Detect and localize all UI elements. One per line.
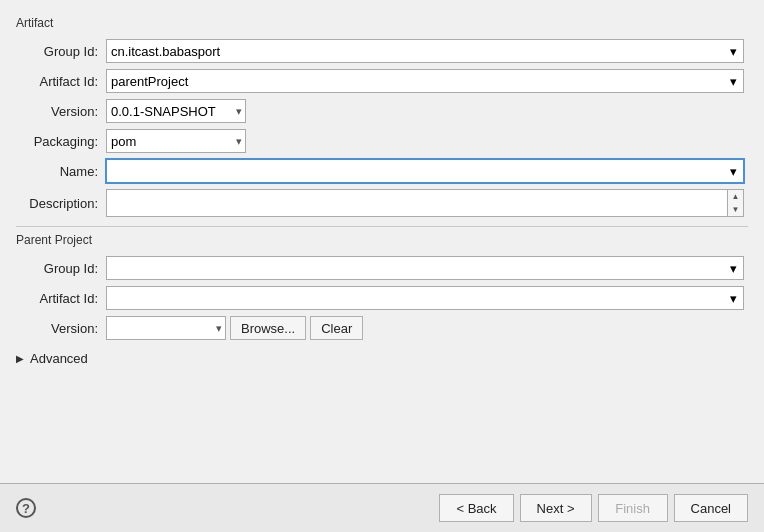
version-label: Version: xyxy=(51,104,98,119)
name-input[interactable] xyxy=(106,159,744,183)
parent-version-row: Version: Browse... Clear xyxy=(16,313,748,343)
advanced-label: Advanced xyxy=(30,351,88,366)
description-spin-down[interactable]: ▼ xyxy=(728,203,743,216)
description-input[interactable] xyxy=(106,189,728,217)
artifact-section-label: Artifact xyxy=(16,16,748,30)
parent-group-id-input[interactable] xyxy=(106,256,744,280)
packaging-row: Packaging: pom jar war ear xyxy=(16,126,748,156)
dialog-content: Artifact Group Id: ▾ Artifact Id: ▾ xyxy=(0,0,764,483)
version-select[interactable]: 0.0.1-SNAPSHOT 1.0.0 1.0.0-SNAPSHOT xyxy=(106,99,246,123)
group-id-row: Group Id: ▾ xyxy=(16,36,748,66)
footer-left: ? xyxy=(16,498,36,518)
parent-version-select[interactable] xyxy=(106,316,226,340)
description-spin-up[interactable]: ▲ xyxy=(728,190,743,203)
group-id-dropdown-btn[interactable]: ▾ xyxy=(722,39,744,63)
name-label: Name: xyxy=(60,164,98,179)
description-spin-btns: ▲ ▼ xyxy=(728,189,744,217)
cancel-button[interactable]: Cancel xyxy=(674,494,748,522)
description-label: Description: xyxy=(29,196,98,211)
parent-section-label: Parent Project xyxy=(16,233,748,247)
artifact-id-combo: ▾ xyxy=(106,69,744,93)
back-button[interactable]: < Back xyxy=(439,494,513,522)
parent-version-label: Version: xyxy=(51,321,98,336)
clear-button[interactable]: Clear xyxy=(310,316,363,340)
artifact-id-dropdown-btn[interactable]: ▾ xyxy=(722,69,744,93)
advanced-section[interactable]: ▶ Advanced xyxy=(16,351,748,366)
parent-artifact-id-combo: ▾ xyxy=(106,286,744,310)
version-select-wrapper: 0.0.1-SNAPSHOT 1.0.0 1.0.0-SNAPSHOT xyxy=(106,99,246,123)
name-dropdown-btn[interactable]: ▾ xyxy=(722,159,744,183)
artifact-id-row: Artifact Id: ▾ xyxy=(16,66,748,96)
description-row: Description: ▲ ▼ xyxy=(16,186,748,220)
packaging-select[interactable]: pom jar war ear xyxy=(106,129,246,153)
footer-buttons: < Back Next > Finish Cancel xyxy=(439,494,748,522)
help-icon[interactable]: ? xyxy=(16,498,36,518)
parent-version-select-wrapper xyxy=(106,316,226,340)
dialog-footer: ? < Back Next > Finish Cancel xyxy=(0,483,764,532)
parent-version-controls: Browse... Clear xyxy=(106,316,744,340)
version-row: Version: 0.0.1-SNAPSHOT 1.0.0 1.0.0-SNAP… xyxy=(16,96,748,126)
parent-group-id-dropdown-btn[interactable]: ▾ xyxy=(722,256,744,280)
finish-button[interactable]: Finish xyxy=(598,494,668,522)
parent-artifact-id-input[interactable] xyxy=(106,286,744,310)
artifact-id-input[interactable] xyxy=(106,69,744,93)
advanced-arrow-icon: ▶ xyxy=(16,353,24,364)
browse-button[interactable]: Browse... xyxy=(230,316,306,340)
group-id-combo: ▾ xyxy=(106,39,744,63)
name-combo: ▾ xyxy=(106,159,744,183)
name-row: Name: ▾ xyxy=(16,156,748,186)
group-id-label: Group Id: xyxy=(44,44,98,59)
parent-artifact-id-dropdown-btn[interactable]: ▾ xyxy=(722,286,744,310)
parent-group-id-label: Group Id: xyxy=(44,261,98,276)
parent-form-table: Group Id: ▾ Artifact Id: ▾ Ver xyxy=(16,253,748,343)
parent-artifact-id-row: Artifact Id: ▾ xyxy=(16,283,748,313)
parent-group-id-combo: ▾ xyxy=(106,256,744,280)
parent-artifact-id-label: Artifact Id: xyxy=(39,291,98,306)
packaging-label: Packaging: xyxy=(34,134,98,149)
artifact-id-label: Artifact Id: xyxy=(39,74,98,89)
next-button[interactable]: Next > xyxy=(520,494,592,522)
packaging-select-wrapper: pom jar war ear xyxy=(106,129,246,153)
description-wrapper: ▲ ▼ xyxy=(106,189,744,217)
artifact-form-table: Group Id: ▾ Artifact Id: ▾ Ver xyxy=(16,36,748,220)
group-id-input[interactable] xyxy=(106,39,744,63)
parent-group-id-row: Group Id: ▾ xyxy=(16,253,748,283)
